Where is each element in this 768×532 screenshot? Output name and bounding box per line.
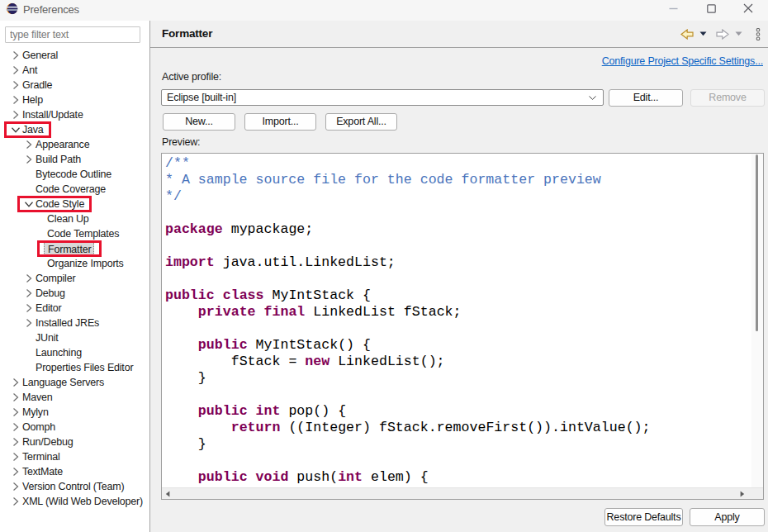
tree-item-junit[interactable]: JUnit: [0, 330, 149, 345]
chevron-right-icon[interactable]: [11, 496, 21, 506]
chevron-right-icon[interactable]: [11, 95, 21, 105]
forward-button[interactable]: [716, 29, 729, 40]
code-line: private final LinkedList fStack;: [165, 304, 751, 321]
code-line: public class MyIntStack {: [165, 287, 751, 304]
tree-item-ant[interactable]: Ant: [0, 63, 149, 78]
back-history-dropdown[interactable]: [699, 31, 707, 36]
minimize-icon: [669, 4, 678, 13]
chevron-right-icon[interactable]: [11, 110, 21, 120]
edit-button[interactable]: Edit...: [609, 89, 683, 107]
chevron-right-icon[interactable]: [24, 154, 34, 164]
scroll-left-arrow-icon[interactable]: [165, 491, 170, 497]
tree-item-launching[interactable]: Launching: [0, 345, 149, 360]
chevron-right-icon[interactable]: [11, 437, 21, 447]
vertical-scrollbar-thumb[interactable]: [756, 154, 758, 331]
tree-item-terminal[interactable]: Terminal: [0, 449, 149, 464]
titlebar: Preferences: [0, 0, 768, 21]
chevron-right-icon[interactable]: [24, 273, 34, 283]
eclipse-logo-icon: [6, 2, 18, 15]
active-profile-value: Eclipse [built-in]: [167, 90, 236, 105]
code-line: * A sample source file for the code form…: [165, 172, 751, 188]
chevron-right-icon[interactable]: [11, 80, 21, 90]
tree-item-maven[interactable]: Maven: [0, 390, 149, 405]
active-profile-combobox[interactable]: Eclipse [built-in]: [161, 89, 604, 106]
chevron-right-icon[interactable]: [11, 482, 21, 492]
tree-item-textmate[interactable]: TextMate: [0, 464, 149, 479]
back-button[interactable]: [680, 29, 694, 40]
tree-item-compiler[interactable]: Compiler: [0, 271, 149, 286]
chevron-right-icon[interactable]: [24, 140, 34, 150]
tree-item-general[interactable]: General: [0, 48, 149, 63]
chevron-right-icon[interactable]: [24, 318, 34, 328]
code-line: [165, 387, 751, 403]
code-preview-text[interactable]: /*** A sample source file for the code f…: [162, 154, 751, 487]
tree-item-oomph[interactable]: Oomph: [0, 420, 149, 435]
combobox-chevron-down-icon: [589, 96, 596, 100]
new-button[interactable]: New...: [163, 113, 235, 131]
tree-item-label: Editor: [36, 301, 61, 316]
chevron-right-icon[interactable]: [11, 65, 21, 75]
tree-item-xml-wild-web-developer[interactable]: XML (Wild Web Developer): [0, 494, 149, 509]
tree-item-clean-up[interactable]: Clean Up: [0, 211, 149, 226]
code-line: }: [165, 436, 751, 453]
chevron-right-icon[interactable]: [11, 467, 21, 477]
chevron-right-icon[interactable]: [11, 378, 21, 387]
restore-defaults-button[interactable]: Restore Defaults: [604, 508, 683, 526]
tree-item-build-path[interactable]: Build Path: [0, 152, 149, 167]
code-line: import java.util.LinkedList;: [165, 254, 751, 271]
forward-history-dropdown[interactable]: [735, 31, 742, 36]
chevron-right-icon[interactable]: [24, 303, 34, 313]
minimize-button[interactable]: [661, 0, 685, 18]
tree-item-run-debug[interactable]: Run/Debug: [0, 435, 149, 449]
code-line: }: [165, 370, 751, 387]
maximize-icon: [707, 4, 716, 13]
tree-item-installed-jres[interactable]: Installed JREs: [0, 316, 149, 330]
vertical-scrollbar[interactable]: [751, 154, 763, 487]
chevron-right-icon[interactable]: [11, 407, 21, 417]
tree-item-language-servers[interactable]: Language Servers: [0, 375, 149, 390]
chevron-right-icon[interactable]: [24, 288, 34, 298]
tree-item-install-update[interactable]: Install/Update: [0, 107, 149, 122]
tree-item-label: Compiler: [36, 271, 75, 286]
chevron-right-icon[interactable]: [11, 392, 21, 402]
tree-item-properties-files-editor[interactable]: Properties Files Editor: [0, 360, 149, 375]
tree-item-label: Mylyn: [22, 405, 49, 420]
code-line: [165, 453, 751, 469]
scroll-right-arrow-icon[interactable]: [740, 491, 745, 497]
tree-item-code-templates[interactable]: Code Templates: [0, 226, 149, 241]
filter-input[interactable]: [5, 26, 140, 43]
formatter-page: Formatter: [150, 21, 768, 532]
tree-item-editor[interactable]: Editor: [0, 301, 149, 316]
preferences-sidebar: GeneralAntGradleHelpInstall/UpdateJavaAp…: [0, 21, 150, 532]
tree-item-debug[interactable]: Debug: [0, 286, 149, 301]
tree-item-organize-imports[interactable]: Organize Imports: [0, 256, 149, 271]
chevron-right-icon[interactable]: [11, 452, 21, 462]
tree-item-help[interactable]: Help: [0, 93, 149, 107]
tree-item-label: Properties Files Editor: [36, 360, 133, 375]
apply-button[interactable]: Apply: [690, 508, 765, 526]
horizontal-scrollbar[interactable]: [162, 487, 763, 499]
import-button[interactable]: Import...: [244, 113, 316, 131]
close-button[interactable]: [736, 0, 761, 18]
tree-item-label: Code Coverage: [36, 182, 106, 197]
view-menu-icon[interactable]: [755, 28, 761, 40]
tree-item-label: Debug: [36, 286, 65, 301]
tree-item-label: JUnit: [36, 330, 58, 345]
tree-item-label: General: [22, 48, 58, 63]
tree-item-label: Terminal: [22, 449, 60, 464]
chevron-right-icon[interactable]: [11, 50, 21, 60]
maximize-button[interactable]: [699, 0, 723, 18]
export-all-button[interactable]: Export All...: [325, 113, 397, 131]
tree-item-gradle[interactable]: Gradle: [0, 78, 149, 93]
page-nav-icons: [680, 21, 761, 47]
code-line: [165, 238, 751, 254]
tree-item-mylyn[interactable]: Mylyn: [0, 405, 149, 420]
chevron-right-icon[interactable]: [11, 422, 21, 432]
tree-item-code-coverage[interactable]: Code Coverage: [0, 182, 149, 197]
tree-item-appearance[interactable]: Appearance: [0, 137, 149, 152]
tree-item-bytecode-outline[interactable]: Bytecode Outline: [0, 167, 149, 182]
tree-item-label: Help: [22, 93, 43, 107]
tree-item-label: Version Control (Team): [22, 479, 124, 494]
tree-item-version-control-team[interactable]: Version Control (Team): [0, 479, 149, 494]
configure-project-specific-settings-link[interactable]: Configure Project Specific Settings...: [602, 55, 763, 67]
